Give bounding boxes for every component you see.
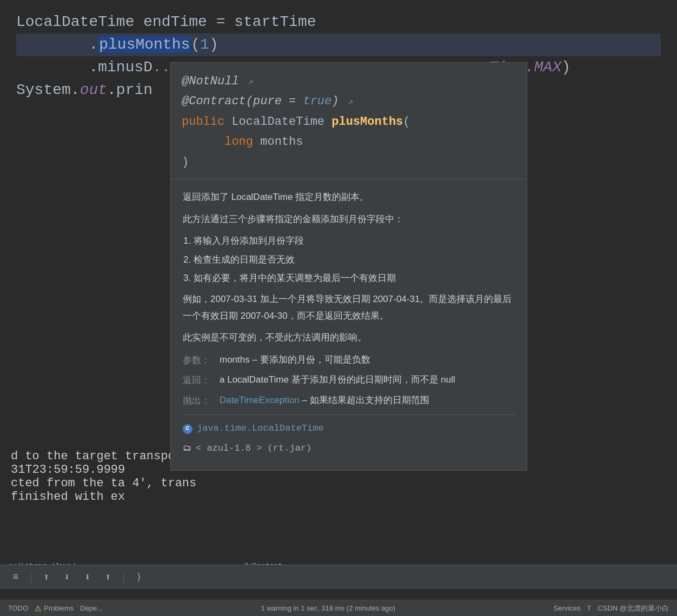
status-bar: TODO ⚠ Problems Depe... 1 warning in 1 s… xyxy=(0,600,677,616)
popup-signature-section: @NotNull ↗ @Contract(pure = true) ↗ publ… xyxy=(171,63,527,179)
sig-param-type: long xyxy=(224,135,260,149)
jar-ref-text: < azul-1.8 > (rt.jar) xyxy=(196,440,311,457)
annotation-contract-line: @Contract(pure = true) ↗ xyxy=(182,91,516,111)
step-1: 将输入月份添加到月份字段 xyxy=(194,233,515,250)
params-label: 参数： xyxy=(183,352,215,369)
desc-example: 例如，2007-03-31 加上一个月将导致无效日期 2007-04-31。而是… xyxy=(183,291,515,324)
popup-description-section: 返回添加了 LocalDateTime 指定月数的副本。 此方法通过三个步骤将指… xyxy=(171,179,527,470)
status-left: TODO ⚠ Problems Depe... xyxy=(8,604,103,613)
status-problems-label[interactable]: Problems xyxy=(44,604,74,612)
status-services-label[interactable]: Services xyxy=(554,604,581,612)
param-indent xyxy=(182,135,224,149)
status-warning: ⚠ Problems xyxy=(35,604,74,613)
documentation-popup: @NotNull ↗ @Contract(pure = true) ↗ publ… xyxy=(170,62,527,471)
class-ref-line: C java.time.LocalDateTime xyxy=(183,420,515,437)
status-depe-label[interactable]: Depe... xyxy=(80,604,103,612)
annotation-notnull: @NotNull xyxy=(182,75,239,88)
throws-exception-link[interactable]: DateTimeException xyxy=(220,395,300,405)
class-icon: C xyxy=(183,424,193,434)
annotation-true: true xyxy=(303,95,331,108)
steps-list: 将输入月份添加到月份字段 检查生成的日期是否无效 如有必要，将月中的某天调整为最… xyxy=(194,233,515,287)
code-method-plusmonths: plusMonths xyxy=(98,36,191,53)
step-2: 检查生成的日期是否无效 xyxy=(194,252,515,269)
code-dot: . xyxy=(89,36,98,53)
toolbar-down-icon-1[interactable]: ⬇ xyxy=(59,570,75,585)
bottom-toolbar: ≡ ⬆ ⬇ ⬇ ⬆ ⟩ xyxy=(0,565,677,589)
sig-return-type: LocalDateTime xyxy=(231,115,331,129)
throws-text: – 如果结果超出支持的日期范围 xyxy=(302,395,429,405)
output-line-3: cted from the ta 4', trans xyxy=(11,477,666,490)
popup-divider xyxy=(183,414,515,415)
sig-closing-line: ) xyxy=(182,152,516,172)
throws-label: 抛出： xyxy=(183,392,215,410)
toolbar-sep-1 xyxy=(31,571,31,584)
sig-method-name: plusMonths xyxy=(331,115,403,129)
code-paren-close: ) xyxy=(209,36,218,53)
sig-close-paren: ) xyxy=(182,156,189,169)
warning-icon: ⚠ xyxy=(35,604,42,613)
jar-icon: 🗂 xyxy=(183,441,191,457)
code-indent: .minusD xyxy=(16,59,152,76)
returns-label: 返回： xyxy=(183,372,215,389)
code-system: System. xyxy=(16,82,80,98)
throws-content: DateTimeException – 如果结果超出支持的日期范围 xyxy=(220,392,515,409)
toolbar-next-icon[interactable]: ⟩ xyxy=(131,570,147,585)
desc-immutable: 此实例是不可变的，不受此方法调用的影响。 xyxy=(183,330,515,346)
returns-content: a LocalDateTime 基于添加月份的此日期时间，而不是 null xyxy=(220,372,515,389)
annotation-close: ) xyxy=(331,95,338,108)
toolbar-sep-2 xyxy=(123,571,124,584)
code-line-1: LocalDateTime endTime = startTime xyxy=(16,11,661,34)
desc-para-2: 此方法通过三个步骤将指定的金额添加到月份字段中： xyxy=(183,211,515,228)
toolbar-up-icon-1[interactable]: ⬆ xyxy=(39,570,54,585)
step-3: 如有必要，将月中的某天调整为最后一个有效日期 xyxy=(194,270,515,287)
sig-param-name: months xyxy=(260,135,303,149)
annotation-contract: @Contract(pure = xyxy=(182,95,303,108)
status-right: Services T CSDN @北漂的菜小白 xyxy=(554,604,669,613)
code-number: 1 xyxy=(200,36,209,53)
returns-row: 返回： a LocalDateTime 基于添加月份的此日期时间，而不是 nul… xyxy=(183,372,515,389)
annotation-notnull-arrow: ↗ xyxy=(248,77,254,87)
code-indent xyxy=(16,36,89,53)
code-prin: .prin xyxy=(107,82,152,98)
throws-row: 抛出： DateTimeException – 如果结果超出支持的日期范围 xyxy=(183,392,515,410)
toolbar-up-icon-2[interactable]: ⬆ xyxy=(101,570,116,585)
jar-ref-line: 🗂 < azul-1.8 > (rt.jar) xyxy=(183,440,515,457)
sig-open-paren: ( xyxy=(403,115,410,129)
toolbar-down-icon-2[interactable]: ⬇ xyxy=(80,570,95,585)
desc-para-1: 返回添加了 LocalDateTime 指定月数的副本。 xyxy=(183,189,515,206)
output-line-4: finished with ex xyxy=(11,490,666,504)
params-content: months – 要添加的月份，可能是负数 xyxy=(220,352,515,369)
params-row: 参数： months – 要添加的月份，可能是负数 xyxy=(183,352,515,369)
toolbar-menu-icon[interactable]: ≡ xyxy=(8,570,23,585)
annotation-notnull-line: @NotNull ↗ xyxy=(182,71,516,91)
status-warning-text: 1 warning in 1 sec, 318 ms (2 minutes ag… xyxy=(261,604,396,612)
signature-line: public LocalDateTime plusMonths( xyxy=(182,112,516,132)
code-out: out xyxy=(80,82,107,98)
sig-public: public xyxy=(182,115,231,129)
status-todo-label[interactable]: TODO xyxy=(8,604,28,612)
status-csdn-label: CSDN @北漂的菜小白 xyxy=(598,604,669,613)
code-paren-end: ) xyxy=(561,59,570,76)
code-text: LocalDateTime endTime = startTime xyxy=(16,14,316,30)
code-paren: ( xyxy=(191,36,200,53)
annotation-contract-arrow: ↗ xyxy=(348,97,354,107)
param-line: long months xyxy=(182,132,516,152)
class-ref-link[interactable]: java.time.LocalDateTime xyxy=(197,420,324,437)
status-t-label[interactable]: T xyxy=(587,604,591,612)
code-line-2: .plusMonths(1) xyxy=(16,34,661,56)
